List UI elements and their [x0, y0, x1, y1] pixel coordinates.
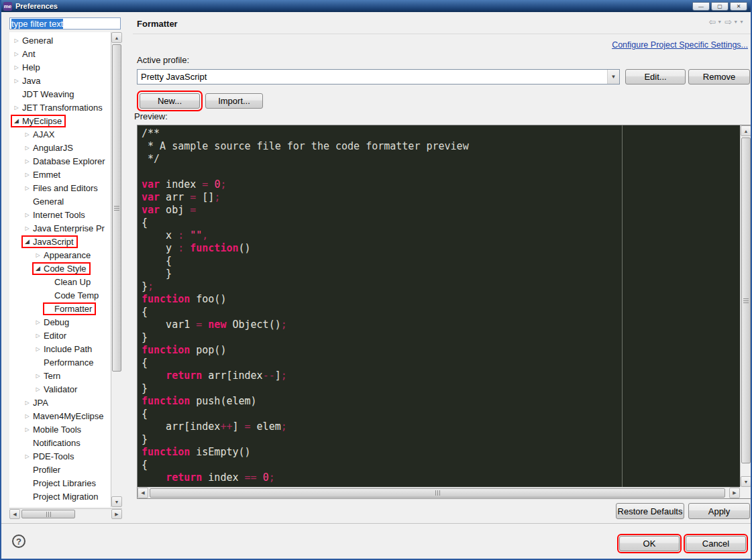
tree-expanded-icon[interactable]: ◢	[12, 117, 21, 124]
maximize-icon[interactable]: ▢	[711, 2, 729, 11]
forward-menu-icon[interactable]: ▼	[733, 19, 738, 24]
tree-collapsed-icon[interactable]: ▷	[23, 400, 32, 406]
scroll-right-icon[interactable]: ▶	[729, 488, 740, 498]
scroll-up-icon[interactable]: ▲	[111, 32, 122, 43]
tree-item-notifications[interactable]: Notifications	[9, 436, 111, 449]
tree-collapsed-icon[interactable]: ▷	[34, 333, 42, 339]
back-icon[interactable]: ⇦	[708, 17, 716, 27]
scroll-left-icon[interactable]: ◀	[9, 509, 20, 519]
combo-dropdown-icon[interactable]: ▼	[607, 70, 619, 84]
scroll-right-icon[interactable]: ▶	[111, 509, 122, 519]
close-icon[interactable]: ✕	[730, 2, 747, 11]
tree-item-include-path[interactable]: ▷Include Path	[9, 342, 111, 355]
tree-item-profiler[interactable]: Profiler	[9, 463, 111, 476]
cancel-button[interactable]: Cancel	[686, 536, 746, 551]
tree-collapsed-icon[interactable]: ▷	[23, 131, 32, 137]
preview-vertical-scrollbar[interactable]: ▲ ▼	[740, 125, 751, 487]
tree-item-emmet[interactable]: ▷Emmet	[9, 168, 111, 181]
tree-collapsed-icon[interactable]: ▷	[12, 51, 21, 57]
tree-item-maven4myeclipse[interactable]: ▷Maven4MyEclipse	[9, 409, 111, 423]
tree-collapsed-icon[interactable]: ▷	[34, 386, 42, 392]
tree-collapsed-icon[interactable]: ▷	[12, 105, 21, 111]
tree-collapsed-icon[interactable]: ▷	[23, 158, 32, 164]
tree-item-java[interactable]: ▷Java	[9, 74, 111, 87]
new-button[interactable]: New...	[140, 93, 200, 109]
minimize-icon[interactable]: —	[692, 2, 710, 11]
tree-item-code-style[interactable]: ◢Code Style	[9, 262, 111, 275]
tree-collapsed-icon[interactable]: ▷	[23, 185, 32, 191]
tree-horizontal-scrollbar[interactable]: ◀ ▶	[9, 508, 122, 519]
restore-defaults-button[interactable]: Restore Defaults	[616, 503, 684, 519]
edit-button[interactable]: Edit...	[625, 69, 686, 85]
tree-item-myeclipse[interactable]: ◢MyEclipse	[9, 114, 111, 127]
tree-collapsed-icon[interactable]: ▷	[34, 252, 42, 258]
tree-item-general[interactable]: General	[9, 194, 111, 208]
scrollbar-track[interactable]	[20, 509, 111, 519]
tree-item-editor[interactable]: ▷Editor	[9, 329, 111, 342]
scroll-down-icon[interactable]: ▼	[111, 496, 122, 507]
scroll-down-icon[interactable]: ▼	[741, 476, 751, 487]
code-area[interactable]: /** * A sample source file for the code …	[138, 125, 740, 487]
tree-collapsed-icon[interactable]: ▷	[12, 64, 21, 70]
profile-combobox[interactable]: Pretty JavaScript ▼	[137, 69, 620, 85]
tree-expanded-icon[interactable]: ◢	[34, 265, 42, 272]
tree-item-jpa[interactable]: ▷JPA	[9, 396, 111, 409]
tree-item-performance[interactable]: Performance	[9, 355, 111, 369]
tree-expanded-icon[interactable]: ◢	[23, 238, 32, 245]
tree-item-internet-tools[interactable]: ▷Internet Tools	[9, 208, 111, 221]
tree-item-debug[interactable]: ▷Debug	[9, 315, 111, 329]
tree-collapsed-icon[interactable]: ▷	[23, 145, 32, 151]
tree-vertical-scrollbar[interactable]: ▲ ▼	[111, 32, 122, 507]
tree-item-help[interactable]: ▷Help	[9, 60, 111, 74]
tree-collapsed-icon[interactable]: ▷	[12, 78, 21, 84]
tree-item-jet-transformations[interactable]: ▷JET Transformations	[9, 101, 111, 114]
tree-item-clean-up[interactable]: Clean Up	[9, 275, 111, 288]
tree-item-project-libraries[interactable]: Project Libraries	[9, 476, 111, 490]
tree-item-mobile-tools[interactable]: ▷Mobile Tools	[9, 423, 111, 436]
tree-item-javascript[interactable]: ◢JavaScript	[9, 235, 111, 248]
tree-item-general[interactable]: ▷General	[9, 34, 111, 47]
scrollbar-track[interactable]	[111, 43, 122, 496]
scrollbar-track[interactable]	[741, 136, 751, 476]
tree-collapsed-icon[interactable]: ▷	[23, 453, 32, 459]
tree-item-formatter[interactable]: Formatter	[9, 302, 111, 315]
import-button[interactable]: Import...	[205, 93, 263, 109]
ok-button[interactable]: OK	[619, 536, 680, 551]
view-menu-icon[interactable]: ▼	[739, 19, 744, 24]
scrollbar-thumb[interactable]	[21, 510, 75, 518]
tree-collapsed-icon[interactable]: ▷	[34, 373, 42, 379]
tree-collapsed-icon[interactable]: ▷	[12, 38, 21, 44]
tree-collapsed-icon[interactable]: ▷	[23, 507, 32, 508]
tree-collapsed-icon[interactable]: ▷	[23, 413, 32, 419]
scrollbar-track[interactable]	[148, 488, 729, 498]
remove-button[interactable]: Remove	[688, 69, 750, 85]
configure-project-link[interactable]: Configure Project Specific Settings...	[612, 40, 748, 50]
preview-horizontal-scrollbar[interactable]: ◀ ▶	[138, 487, 740, 498]
tree-item-project-migration[interactable]: Project Migration	[9, 490, 111, 503]
scroll-up-icon[interactable]: ▲	[741, 125, 751, 136]
back-menu-icon[interactable]: ▼	[717, 19, 722, 24]
tree-collapsed-icon[interactable]: ▷	[23, 427, 32, 433]
apply-button[interactable]: Apply	[688, 503, 750, 519]
tree-collapsed-icon[interactable]: ▷	[23, 172, 32, 178]
tree-collapsed-icon[interactable]: ▷	[23, 212, 32, 218]
scrollbar-thumb[interactable]	[112, 44, 121, 372]
tree-item-jdt-weaving[interactable]: JDT Weaving	[9, 87, 111, 101]
tree-collapsed-icon[interactable]: ▷	[23, 225, 32, 231]
filter-input[interactable]: type filter text	[9, 17, 121, 30]
tree-item-pde-tools[interactable]: ▷PDE-Tools	[9, 449, 111, 463]
tree-collapsed-icon[interactable]: ▷	[34, 319, 42, 325]
scroll-left-icon[interactable]: ◀	[138, 488, 148, 498]
scrollbar-thumb[interactable]	[150, 488, 725, 498]
tree-item-appearance[interactable]: ▷Appearance	[9, 248, 111, 262]
tree-collapsed-icon[interactable]: ▷	[34, 346, 42, 352]
help-button[interactable]: ?	[12, 535, 25, 548]
tree-item-code-temp[interactable]: Code Temp	[9, 288, 111, 302]
tree-item-java-enterprise-pr[interactable]: ▷Java Enterprise Pr	[9, 221, 111, 235]
tree-item-report-design[interactable]: ▷Report Design	[9, 503, 111, 507]
tree-item-validator[interactable]: ▷Validator	[9, 382, 111, 396]
tree-item-database-explorer[interactable]: ▷Database Explorer	[9, 154, 111, 168]
tree-item-angularjs[interactable]: ▷AngularJS	[9, 141, 111, 154]
forward-icon[interactable]: ⇨	[724, 17, 732, 27]
scrollbar-thumb[interactable]	[741, 137, 751, 463]
